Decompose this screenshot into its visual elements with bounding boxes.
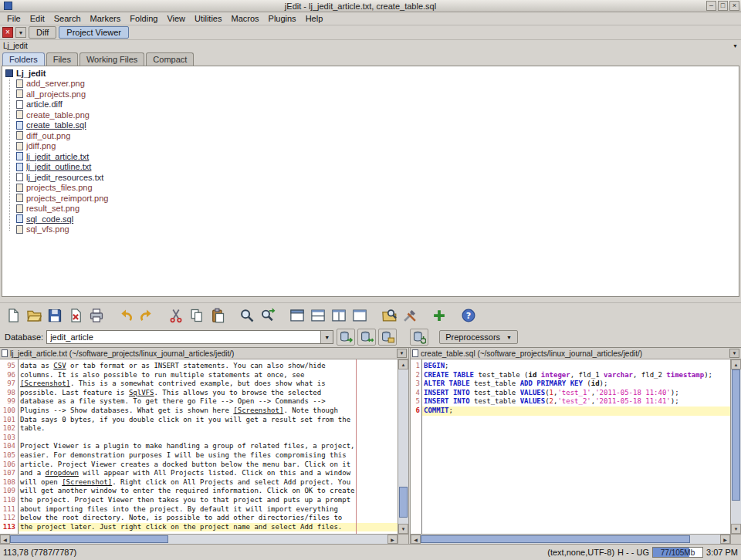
find-button[interactable] xyxy=(237,305,257,326)
tree-item-lj_jedit_outline.txt[interactable]: lj_jedit_outline.txt xyxy=(2,162,739,173)
buffer-switcher-arrow[interactable]: ▼ xyxy=(729,349,739,358)
tree-item-create_table.sql[interactable]: create_table.sql xyxy=(2,120,739,131)
open-file-button[interactable] xyxy=(24,305,44,326)
scrollbar-thumb[interactable] xyxy=(399,487,408,518)
load-object-button[interactable] xyxy=(378,329,397,346)
tree-item-article.diff[interactable]: article.diff xyxy=(2,100,739,110)
utilities-button[interactable] xyxy=(400,305,420,326)
buffer-header[interactable]: lj_jedit_article.txt (~/software_project… xyxy=(0,348,408,359)
title-bar[interactable]: jEdit - lj_jedit_article.txt, create_tab… xyxy=(0,0,741,12)
menu-view[interactable]: View xyxy=(162,13,190,24)
buffer-mode-status[interactable]: (text,none,UTF-8) xyxy=(547,548,614,557)
maximize-button[interactable]: □ xyxy=(718,1,728,11)
tree-item-lj_jedit_resources.txt[interactable]: lj_jedit_resources.txt xyxy=(2,172,739,183)
menu-macros[interactable]: Macros xyxy=(226,13,263,24)
tree-item-diff_out.png[interactable]: diff_out.png xyxy=(2,130,739,141)
cut-button[interactable] xyxy=(166,305,186,326)
tab-working-files[interactable]: Working Files xyxy=(80,52,144,66)
tree-item-add_server.png[interactable]: add_server.png xyxy=(2,79,739,89)
tree-item-create_table.png[interactable]: create_table.png xyxy=(2,110,739,120)
unsplit-button[interactable] xyxy=(350,305,370,326)
tab-folders[interactable]: Folders xyxy=(2,52,45,66)
execute-statement-button[interactable] xyxy=(337,329,355,346)
scroll-down-icon[interactable]: ▼ xyxy=(398,524,408,534)
tree-item-sql_code.sql[interactable]: sql_code.sql xyxy=(2,214,739,224)
database-input[interactable] xyxy=(47,331,320,343)
scroll-up-icon[interactable]: ▲ xyxy=(398,359,408,369)
scroll-left-icon[interactable]: ◀ xyxy=(411,535,421,544)
code-line: BEGIN; xyxy=(422,362,730,371)
new-view-icon xyxy=(289,308,305,323)
preprocessors-dropdown[interactable]: Preprocessors ▼ xyxy=(439,330,518,344)
tree-item-projects_files.png[interactable]: projects_files.png xyxy=(2,183,739,194)
tree-item-lj_jedit_article.txt[interactable]: lj_jedit_article.txt xyxy=(2,151,739,162)
find-next-button[interactable] xyxy=(258,305,278,326)
minimize-button[interactable]: – xyxy=(706,1,716,11)
scroll-right-icon[interactable]: ▶ xyxy=(720,535,730,544)
tree-item-all_projects.png[interactable]: all_projects.png xyxy=(2,89,739,100)
horizontal-scrollbar[interactable]: ◀ ▶ xyxy=(0,534,408,544)
menu-search[interactable]: Search xyxy=(49,13,86,24)
menu-help[interactable]: Help xyxy=(301,13,328,24)
split-horizontal-button[interactable] xyxy=(308,305,328,326)
tree-item-jdiff.png[interactable]: jdiff.png xyxy=(2,141,739,152)
buffer-switcher-arrow[interactable]: ▼ xyxy=(397,349,407,358)
tree-item-result_set.png[interactable]: result_set.png xyxy=(2,204,739,214)
buffer-title: lj_jedit_article.txt (~/software_project… xyxy=(10,349,394,358)
dock-button-diff[interactable]: Diff xyxy=(29,26,56,39)
text-area[interactable]: BEGIN;CREATE TABLE test_table (id intege… xyxy=(422,359,730,534)
print-button[interactable] xyxy=(86,305,107,326)
scroll-down-icon[interactable]: ▼ xyxy=(731,524,741,534)
repeat-query-icon xyxy=(412,330,426,344)
close-buffer-button[interactable] xyxy=(66,305,86,326)
execute-buffer-button[interactable] xyxy=(357,329,376,346)
tree-item-sql_vfs.png[interactable]: sql_vfs.png xyxy=(2,224,739,235)
memory-status[interactable]: 77/105Mb xyxy=(652,547,703,558)
tab-compact[interactable]: Compact xyxy=(146,52,194,66)
tab-files[interactable]: Files xyxy=(46,52,78,66)
menu-markers[interactable]: Markers xyxy=(86,13,126,24)
paste-button[interactable] xyxy=(208,305,228,326)
dock-close-button[interactable]: × xyxy=(2,27,13,38)
repeat-query-button[interactable] xyxy=(410,329,428,346)
status-flags[interactable]: H - - UG xyxy=(618,548,649,557)
project-selector-arrow-icon: ▼ xyxy=(733,43,738,49)
scroll-right-icon[interactable]: ▶ xyxy=(387,535,398,544)
buffer-header[interactable]: create_table.sql (~/software_projects/li… xyxy=(411,348,741,359)
app-icon xyxy=(4,2,12,10)
scroll-left-icon[interactable]: ◀ xyxy=(0,535,10,544)
vertical-scrollbar[interactable]: ▲ ▼ xyxy=(398,359,408,534)
menu-plugins[interactable]: Plugins xyxy=(264,13,301,24)
close-button[interactable]: × xyxy=(729,1,739,11)
new-view-button[interactable] xyxy=(287,305,307,326)
project-selector[interactable]: Lj_jedit ▼ xyxy=(0,40,741,52)
database-combo-arrow-icon[interactable]: ▼ xyxy=(320,331,333,343)
scrollbar-corner xyxy=(398,535,408,544)
scrollbar-thumb[interactable] xyxy=(10,535,168,543)
dock-button-project-viewer[interactable]: Project Viewer xyxy=(59,26,129,39)
tree-item-projects_reimport.png[interactable]: projects_reimport.png xyxy=(2,193,739,204)
split-vertical-button[interactable] xyxy=(329,305,349,326)
scrollbar-thumb[interactable] xyxy=(732,369,740,501)
vertical-scrollbar[interactable]: ▲ ▼ xyxy=(730,359,741,534)
horizontal-scrollbar[interactable]: ◀ ▶ xyxy=(411,534,741,544)
menu-file[interactable]: File xyxy=(2,13,25,24)
undo-button[interactable] xyxy=(116,305,136,326)
scroll-up-icon[interactable]: ▲ xyxy=(731,359,741,369)
dock-dropdown-button[interactable]: ▼ xyxy=(15,27,26,38)
search-directory-button[interactable] xyxy=(379,305,399,326)
menu-edit[interactable]: Edit xyxy=(25,13,49,24)
scrollbar-thumb[interactable] xyxy=(421,535,690,543)
database-combo[interactable]: ▼ xyxy=(46,330,333,344)
tree-root[interactable]: Lj_jedit xyxy=(2,68,739,79)
redo-button[interactable] xyxy=(137,305,157,326)
copy-button[interactable] xyxy=(187,305,207,326)
save-file-button[interactable] xyxy=(45,305,65,326)
new-file-button[interactable] xyxy=(3,305,23,326)
help-button[interactable]: ? xyxy=(458,305,479,326)
plugin-manager-button[interactable] xyxy=(429,305,449,326)
menu-utilities[interactable]: Utilities xyxy=(190,13,226,24)
code-line: the project later. Just right click on t… xyxy=(19,523,398,532)
menu-folding[interactable]: Folding xyxy=(125,13,162,24)
text-area[interactable]: data as CSV or tab format or as INSERT s… xyxy=(19,359,398,534)
